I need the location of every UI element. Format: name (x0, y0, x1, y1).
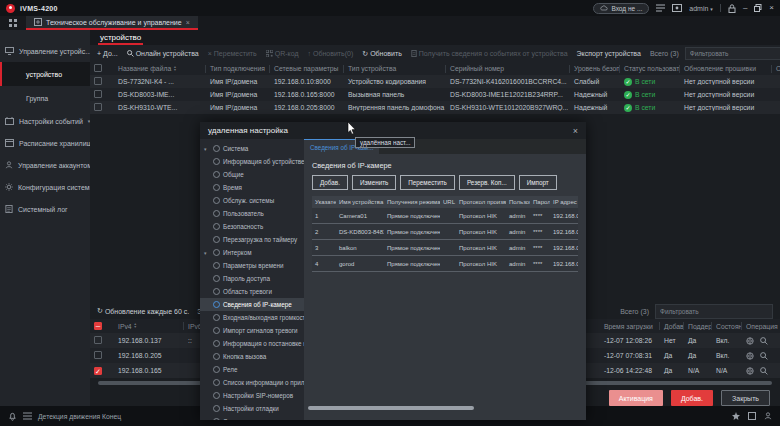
tree-item[interactable]: Перезагрузка по таймеру (200, 233, 304, 246)
modal-close-icon[interactable]: × (573, 126, 578, 136)
online-select-all-checkbox[interactable]: – (94, 322, 102, 330)
tree-item[interactable]: Параметры времени (200, 259, 304, 272)
camera-move-button[interactable]: Переместить (400, 175, 455, 190)
tree-item[interactable]: Время (200, 181, 304, 194)
tree-item[interactable]: Настройки отладки (200, 402, 304, 415)
alarm-icon[interactable] (8, 412, 17, 421)
export-device-button[interactable]: Экспорт устройства (577, 50, 641, 57)
gear-icon (213, 262, 220, 269)
sidebar-item-device-management[interactable]: Управление устройс... ▴ (0, 40, 90, 62)
total-count: Всего (3) (650, 50, 679, 57)
modal-horizontal-scrollbar[interactable] (308, 406, 474, 410)
row-checkbox[interactable]: ✓ (94, 367, 102, 375)
sidebar-item-device[interactable]: устройство (0, 62, 90, 86)
device-row[interactable]: DS-KH9310-WTE... Имя IP/домена 192.168.0… (90, 101, 780, 114)
minimize-button[interactable]: – (743, 4, 747, 12)
select-all-checkbox[interactable] (94, 64, 102, 72)
window-icon[interactable] (748, 412, 756, 420)
tree-item[interactable]: Безопасность (200, 220, 304, 233)
config-panel: Сведения об IP-кам... Сведения об IP-кам… (304, 139, 586, 420)
move-button[interactable]: ×Переместить (208, 50, 257, 57)
online-filter-input[interactable] (655, 304, 773, 319)
globe-icon[interactable] (746, 367, 754, 375)
row-checkbox[interactable] (94, 336, 102, 344)
col-user-status: Статус пользоват... (620, 65, 680, 73)
tree-item-system[interactable]: ▾Система (200, 142, 304, 155)
tab-maintenance-management[interactable]: Техническое обслуживание и управление × (26, 16, 198, 30)
tree-item[interactable]: Область тревоги (200, 285, 304, 298)
online-devices-button[interactable]: Онлайн устройства (127, 50, 199, 57)
sidebar-item-group[interactable]: Группа (0, 86, 90, 110)
gear-icon (213, 379, 220, 386)
get-events-button[interactable]: Получить сведения о событиях от устройст… (411, 50, 568, 57)
tree-item[interactable]: Пользователь (200, 207, 304, 220)
activate-button[interactable]: Активация (609, 390, 663, 406)
tree-item[interactable]: Реле (200, 363, 304, 376)
add-device-button[interactable]: +До... (97, 50, 118, 57)
sidebar-item-event-settings[interactable]: Настройки событий ▾ (0, 110, 90, 132)
tree-item[interactable]: Список информации о приложении (200, 376, 304, 389)
tree-item[interactable]: Пароль доступа (200, 272, 304, 285)
globe-icon[interactable] (746, 352, 754, 360)
add-button[interactable]: Добав. (671, 390, 713, 406)
lock-icon[interactable] (728, 4, 736, 13)
row-checkbox[interactable] (94, 351, 102, 359)
gear-icon (213, 301, 220, 308)
tree-item[interactable]: Кнопка вызова (200, 350, 304, 363)
tree-item-intercom[interactable]: ▾Интерком (200, 246, 304, 259)
list-icon[interactable] (656, 4, 665, 12)
event-list-icon[interactable] (23, 412, 32, 420)
magnifier-icon[interactable] (760, 337, 768, 345)
magnifier-icon[interactable] (760, 352, 768, 360)
camera-edit-button[interactable]: Изменить (352, 175, 396, 190)
col-device-type: Тип устройства (344, 65, 446, 73)
tree-item[interactable]: Входная/выходная громкость (200, 311, 304, 324)
col-name[interactable]: Название файла▲▼ (114, 65, 206, 73)
sidebar-item-account-management[interactable]: Управление аккаунтом (0, 154, 90, 176)
screen-icon[interactable] (672, 4, 682, 12)
row-checkbox[interactable] (94, 77, 102, 85)
device-row[interactable]: DS-KD8003-IME... Имя IP/домена 192.168.0… (90, 88, 780, 101)
camera-backup-button[interactable]: Резерв. Коп... (459, 175, 515, 190)
tree-item[interactable]: Информация об устройстве (200, 155, 304, 168)
modules-grid-icon[interactable] (0, 16, 26, 30)
tree-item[interactable]: Общие (200, 168, 304, 181)
filter-input[interactable] (685, 47, 780, 60)
user-menu[interactable]: admin ▾ (689, 5, 713, 12)
device-row[interactable]: DS-7732NI-K4 - ... Имя IP/домена 192.168… (90, 75, 780, 88)
camera-row[interactable]: 2 DS-KD8003-8481 Прямое подключение Прот… (312, 224, 578, 240)
sidebar: Управление устройс... ▴ устройство Групп… (0, 30, 90, 406)
camera-add-button[interactable]: Добав. (312, 175, 348, 190)
qr-code-button[interactable]: QR-код (266, 50, 299, 57)
close-button[interactable]: × (769, 4, 774, 12)
sidebar-item-storage-schedule[interactable]: Расписание хранилища (0, 132, 90, 154)
user-icon[interactable] (764, 412, 772, 420)
refresh-button[interactable]: ↻Обновить (362, 50, 402, 58)
tree-item-ip-camera-info[interactable]: Сведения об IP-камере (200, 298, 304, 311)
camera-row[interactable]: 1 Camera01 Прямое подключение Протокол H… (312, 208, 578, 224)
col-ipv4[interactable]: IPv4▲▼ (114, 322, 184, 330)
camera-row[interactable]: 4 gorod Прямое подключение Протокол HIK … (312, 256, 578, 272)
tab-close-icon[interactable]: × (186, 19, 190, 26)
tree-item[interactable]: Обслуж. системы (200, 194, 304, 207)
plus-icon: + (97, 50, 101, 57)
restore-button[interactable] (754, 4, 762, 12)
tree-item-network[interactable]: ▸Сеть (200, 415, 304, 420)
magnifier-icon[interactable] (760, 367, 768, 375)
tree-item[interactable]: Импорт сигналов тревоги (200, 324, 304, 337)
sidebar-item-system-configuration[interactable]: Конфигурация системы (0, 176, 90, 198)
close-panel-button[interactable]: Закрыть (721, 390, 770, 406)
cloud-login-button[interactable]: Вход не ... (593, 3, 649, 14)
row-checkbox[interactable] (94, 103, 102, 111)
sidebar-item-system-log[interactable]: Системный лог (0, 198, 90, 220)
pin-icon[interactable] (732, 412, 740, 420)
tab-device[interactable]: устройство (98, 32, 143, 45)
globe-icon[interactable] (746, 337, 754, 345)
camera-row[interactable]: 3 balkon Прямое подключение Протокол HIK… (312, 240, 578, 256)
row-checkbox[interactable] (94, 90, 102, 98)
tree-item[interactable]: Информация о постановке на сервер (200, 337, 304, 350)
tree-item[interactable]: Настройки SIP-номеров (200, 389, 304, 402)
upgrade-button[interactable]: ↑Обновить(0) (308, 50, 354, 57)
person-icon (5, 161, 13, 169)
camera-import-button[interactable]: Импорт (519, 175, 557, 190)
